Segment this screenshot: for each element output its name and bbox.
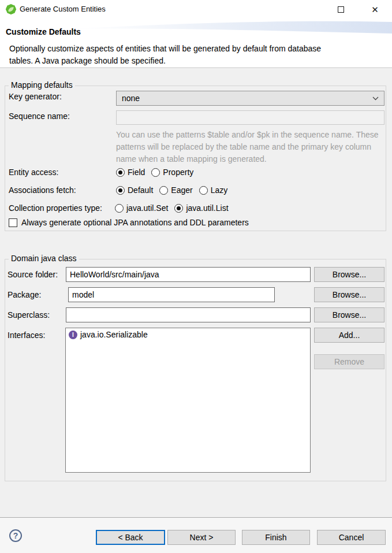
jpa-annotations-checkbox-label: Always generate optional JPA annotations… [21, 218, 249, 227]
radio-label: Eager [171, 185, 192, 195]
superclass-browse-button[interactable]: Browse... [314, 307, 384, 322]
interface-icon: I [69, 331, 77, 339]
sequence-name-hint: You can use the patterns $table and/or $… [116, 129, 386, 165]
jpa-annotations-checkbox-row[interactable]: Always generate optional JPA annotations… [9, 218, 249, 227]
source-folder-label: Source folder: [8, 270, 58, 279]
key-generator-value: none [122, 94, 372, 103]
finish-button[interactable]: Finish [242, 530, 310, 545]
radio-fetch-eager[interactable]: Eager [159, 185, 192, 195]
associations-fetch-label: Associations fetch: [9, 185, 116, 195]
maximize-icon [338, 6, 344, 13]
radio-button-icon [151, 168, 160, 177]
help-button[interactable]: ? [9, 529, 22, 542]
radio-button-icon [159, 186, 168, 195]
collection-properties-type-label: Collection properties type: [9, 203, 115, 213]
add-interface-button[interactable]: Add... [314, 328, 384, 343]
wizard-button-bar: ? < Back Next > Finish Cancel [0, 517, 392, 553]
radio-label: Field [128, 168, 145, 177]
radio-fetch-default[interactable]: Default [116, 185, 153, 195]
radio-collection-list[interactable]: java.util.List [174, 203, 228, 213]
sequence-name-input [116, 110, 384, 125]
radio-label: Property [163, 168, 193, 177]
key-generator-label: Key generator: [9, 92, 62, 101]
maximize-button[interactable] [328, 0, 354, 18]
radio-label: java.util.List [186, 203, 228, 213]
close-icon: ✕ [371, 5, 379, 14]
list-item[interactable]: I java.io.Serializable [66, 328, 310, 341]
group-mapping-defaults: Mapping defaults Key generator: none Seq… [5, 86, 386, 231]
radio-button-icon [174, 204, 183, 213]
help-icon: ? [13, 531, 18, 540]
back-button[interactable]: < Back [96, 530, 165, 545]
radio-collection-set[interactable]: java.util.Set [115, 203, 168, 213]
superclass-label: Superclass: [8, 310, 50, 320]
group-domain-java-class-legend: Domain java class [9, 254, 79, 263]
source-folder-browse-button[interactable]: Browse... [314, 267, 384, 282]
cancel-button[interactable]: Cancel [317, 530, 386, 545]
associations-fetch-row: Associations fetch: Default Eager Lazy [9, 185, 234, 195]
remove-interface-button: Remove [314, 354, 384, 369]
entity-access-label: Entity access: [9, 168, 116, 177]
interfaces-list[interactable]: I java.io.Serializable [65, 328, 311, 473]
key-generator-dropdown[interactable]: none [116, 91, 384, 106]
spring-logo-icon [5, 3, 17, 15]
package-browse-button[interactable]: Browse... [314, 287, 384, 302]
wizard-window: Generate Custom Entities ✕ Customize Def… [0, 0, 392, 553]
collection-properties-type-row: Collection properties type: java.util.Se… [9, 203, 235, 213]
radio-entity-access-property[interactable]: Property [151, 168, 193, 177]
page-description: Optionally customize aspects of entities… [9, 43, 326, 67]
checkbox-icon [9, 218, 17, 227]
window-title: Generate Custom Entities [20, 5, 106, 13]
package-input[interactable] [68, 287, 275, 302]
radio-button-icon [116, 168, 125, 177]
close-button[interactable]: ✕ [362, 0, 388, 18]
radio-label: Default [128, 185, 153, 195]
interface-item-label: java.io.Serializable [80, 330, 148, 339]
entity-access-row: Entity access: Field Property [9, 168, 200, 177]
superclass-input[interactable] [66, 307, 311, 322]
source-folder-input[interactable] [66, 267, 311, 282]
package-label: Package: [8, 290, 41, 299]
radio-button-icon [115, 204, 124, 213]
group-mapping-defaults-legend: Mapping defaults [9, 80, 75, 90]
wizard-content: Mapping defaults Key generator: none Seq… [0, 69, 392, 517]
wizard-banner: Customize Defaults Optionally customize … [0, 18, 392, 68]
sequence-name-label: Sequence name: [9, 112, 70, 121]
page-title: Customize Defaults [6, 27, 81, 36]
radio-entity-access-field[interactable]: Field [116, 168, 145, 177]
radio-label: java.util.Set [126, 203, 168, 213]
chevron-down-icon [372, 97, 379, 101]
radio-fetch-lazy[interactable]: Lazy [199, 185, 228, 195]
radio-button-icon [199, 186, 208, 195]
interfaces-label: Interfaces: [8, 331, 45, 340]
titlebar: Generate Custom Entities ✕ [0, 0, 392, 18]
next-button[interactable]: Next > [167, 530, 236, 545]
group-domain-java-class: Domain java class Source folder: Browse.… [5, 259, 386, 481]
radio-button-icon [116, 186, 125, 195]
radio-label: Lazy [211, 185, 228, 195]
